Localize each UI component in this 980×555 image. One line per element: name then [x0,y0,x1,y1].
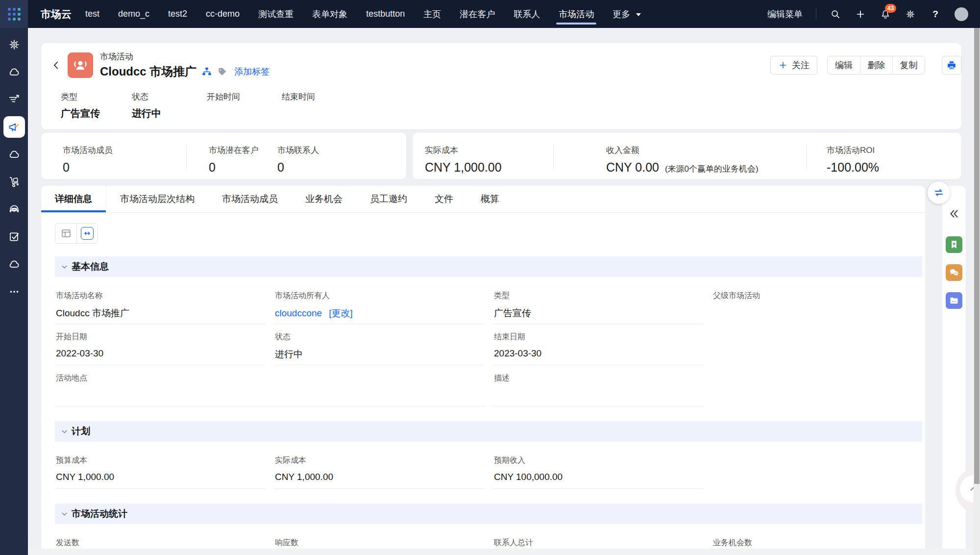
section-plan-title: 计划 [72,425,90,438]
campaign-record-icon [68,52,93,78]
summary-end-time-label: 结束时间 [282,91,315,102]
field-start-date: 开始日期 2022-03-30 [55,324,265,365]
field-expected-revenue: 预期收入 CNY 100,000.00 [493,448,703,489]
create-new-icon[interactable] [855,8,866,20]
section-campaign-statistics-title: 市场活动统计 [72,507,127,520]
nav-item-test2[interactable]: test2 [168,1,187,27]
sidebar-item-service[interactable] [0,196,28,223]
edit-menu-button[interactable]: 编辑菜单 [767,8,803,20]
roi-stat-value: -100.00% [827,160,879,175]
sidebar-item-marketing-active[interactable] [0,113,28,141]
print-button[interactable] [942,56,961,75]
sidebar-item-tasks[interactable] [0,223,28,251]
sidebar-item-more[interactable] [0,278,28,305]
follow-button-label: 关注 [792,59,809,71]
owner-link[interactable]: cloudccone [275,308,322,318]
app-brand-title[interactable]: 市场云 [41,7,72,21]
section-plan: 计划 预算成本 CNY 1,000.00 实际成本 CNY 1,000.00 预… [55,421,922,489]
chat-bubbles-icon [948,267,960,278]
tab-campaign-hierarchy[interactable]: 市场活动层次结构 [106,186,208,212]
change-owner-link[interactable]: [更改] [329,308,353,318]
search-icon[interactable] [830,8,841,20]
vertical-scrollbar-thumb[interactable] [974,28,980,484]
edit-button[interactable]: 编辑 [828,56,860,74]
tab-opportunities[interactable]: 业务机会 [292,186,356,212]
notification-count-badge: 43 [885,4,896,13]
nav-item-more[interactable]: 更多 [612,0,641,28]
nav-item-test[interactable]: test [85,1,99,27]
bookmark-panel-button[interactable] [946,236,962,253]
field-campaign-name: 市场活动名称 Cloudcc 市场推广 [55,283,265,324]
section-campaign-statistics-header[interactable]: 市场活动统计 [55,504,922,524]
sidebar-item-cloud-1[interactable] [0,58,28,86]
notifications-bell-icon[interactable]: 43 [880,8,891,20]
section-plan-header[interactable]: 计划 [55,421,922,442]
contacts-stat-value: 0 [277,160,319,175]
tab-estimate[interactable]: 概算 [467,186,513,212]
nav-item-contacts[interactable]: 联系人 [514,0,540,28]
header-summary-fields: 类型 广告宣传 状态 进行中 开始时间 结束时间 [41,79,961,120]
actual-cost-stat-label: 实际成本 [425,145,553,156]
field-empty [712,324,922,365]
stat-divider [186,145,187,169]
sidebar-item-sales-funnel[interactable] [0,86,28,113]
record-object-label: 市场活动 [100,51,270,62]
roi-stat-label: 市场活动ROI [827,145,879,156]
nav-item-form-object[interactable]: 表单对象 [312,0,347,28]
section-basic-info-header[interactable]: 基本信息 [55,256,922,277]
nav-item-campaigns-label: 市场活动 [559,9,594,19]
swap-layout-button[interactable] [928,181,950,204]
member-stats-card: 市场活动成员 0 市场潜在客户 0 市场联系人 0 [41,133,406,179]
leads-stat-value: 0 [209,160,277,175]
tag-icon[interactable] [217,67,227,77]
tab-campaign-members[interactable]: 市场活动成员 [208,186,292,212]
user-avatar[interactable] [955,7,968,21]
nav-item-cc-demo[interactable]: cc-demo [206,1,240,27]
nav-tabs: test demo_c test2 cc-demo 测试查重 表单对象 test… [85,0,641,28]
full-width-toggle[interactable] [76,224,98,243]
sidebar-item-logistics[interactable] [0,168,28,196]
leads-stat-label: 市场潜在客户 [209,145,277,156]
settings-gear-icon[interactable] [905,8,916,20]
nav-item-testbutton[interactable]: testbutton [366,1,405,27]
finance-stats-card: 实际成本 CNY 1,000.00 收入金额 CNY 0.00(来源0个赢单的业… [413,133,961,179]
chevron-down-icon [61,263,68,271]
add-tag-link[interactable]: 添加标签 [234,66,270,77]
delete-button[interactable]: 删除 [860,56,892,74]
hierarchy-icon[interactable] [201,66,212,77]
column-layout-toggle[interactable] [55,224,76,243]
follow-button[interactable]: 关注 [770,56,817,75]
record-title: Cloudcc 市场推广 [100,64,196,79]
help-question-mark: ? [932,9,938,20]
summary-start-time-label: 开始时间 [207,91,282,102]
vertical-scrollbar-track[interactable] [974,28,980,555]
field-budget-cost: 预算成本 CNY 1,000.00 [55,448,265,489]
double-chevron-left-icon [948,207,960,220]
files-panel-button[interactable] [946,292,962,309]
tab-employee-invites[interactable]: 员工邀约 [356,186,421,212]
horizontal-arrows-icon [81,227,94,240]
bookmark-star-icon [948,239,960,251]
back-button[interactable] [49,58,64,73]
app-launcher-button[interactable] [0,0,28,28]
section-basic-info-title: 基本信息 [72,260,109,273]
help-icon[interactable]: ? [930,8,941,20]
sidebar-item-cloud-3[interactable] [0,251,28,278]
nav-item-dedupe-test[interactable]: 测试查重 [258,0,294,28]
section-basic-info: 基本信息 市场活动名称 Cloudcc 市场推广 市场活动所有人 cloudcc… [55,256,922,406]
nav-item-demo-c[interactable]: demo_c [118,1,149,27]
field-status: 状态 进行中 [274,324,484,365]
folder-icon [948,295,960,306]
sidebar-item-cloud-2[interactable] [0,141,28,168]
collapse-panel-button[interactable] [948,207,960,222]
view-toggle-group [55,223,98,244]
horizontal-scrollbar[interactable] [28,549,974,555]
chat-panel-button[interactable] [946,264,962,281]
nav-item-campaigns-active[interactable]: 市场活动 [559,0,594,28]
nav-item-leads[interactable]: 潜在客户 [460,0,495,28]
sidebar-item-settings[interactable] [0,31,28,58]
copy-button[interactable]: 复制 [892,56,925,74]
nav-item-home[interactable]: 主页 [423,0,441,28]
tab-details[interactable]: 详细信息 [41,186,106,212]
tab-files[interactable]: 文件 [421,186,467,212]
